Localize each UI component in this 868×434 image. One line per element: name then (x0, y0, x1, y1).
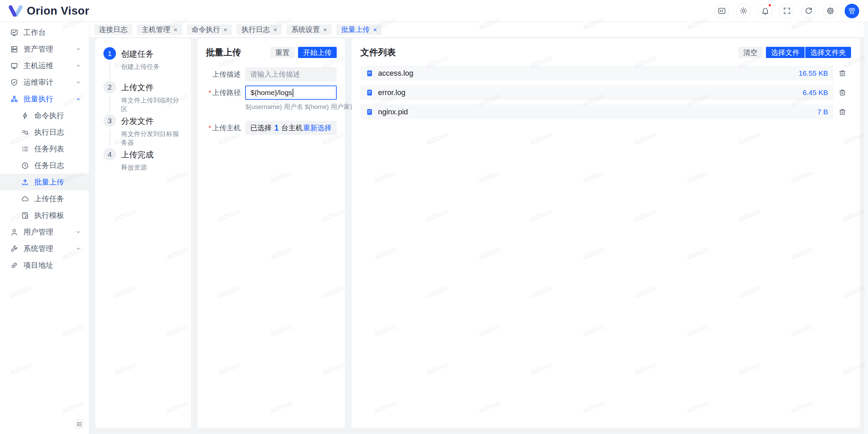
cloud-icon (21, 195, 29, 203)
theme-button[interactable] (736, 4, 751, 18)
monitor-icon (10, 62, 18, 70)
clock-icon (21, 162, 29, 170)
tab-close-icon[interactable]: × (323, 26, 327, 33)
sidebar-item-upload-task[interactable]: 上传任务 (0, 190, 89, 207)
sidebar-item-user-mgmt[interactable]: 用户管理 (0, 224, 89, 240)
wrench-icon (10, 245, 18, 253)
tab-close-icon[interactable]: × (174, 26, 177, 33)
tab-label: 执行日志 (241, 25, 270, 34)
clear-files-button[interactable]: 清空 (738, 47, 763, 58)
step-title: 分发文件 (121, 114, 183, 127)
refresh-button[interactable] (801, 4, 816, 18)
reselect-hosts-link[interactable]: 重新选择 (303, 123, 332, 133)
sidebar-item-workbench[interactable]: 工作台 (0, 24, 89, 41)
select-folder-button[interactable]: 选择文件夹 (805, 47, 851, 58)
sidebar-item-batch-upload[interactable]: 批量上传 (0, 174, 89, 190)
step-connector (110, 62, 110, 79)
app-header: Orion Visor (0, 0, 868, 22)
step-upload-complete: 4 上传完成 释放资源 (103, 148, 183, 172)
required-mark: * (209, 124, 211, 132)
bell-icon (761, 7, 769, 15)
tab-system-settings[interactable]: 系统设置 × (287, 24, 332, 35)
upload-hosts-field: 已选择 1 台主机 重新选择 (245, 121, 337, 135)
tab-close-icon[interactable]: × (273, 26, 277, 33)
delete-file-button[interactable] (833, 69, 851, 77)
server-stack-icon (10, 45, 18, 53)
chevron-down-icon (75, 229, 81, 235)
sidebar-item-host-ops[interactable]: 主机运维 (0, 57, 89, 74)
file-row[interactable]: error.log 6.45 KB (360, 85, 833, 100)
sidebar-item-label: 执行模板 (34, 210, 64, 221)
theme-sun-icon (739, 7, 748, 15)
tab-label: 系统设置 (291, 25, 320, 34)
tab-close-icon[interactable]: × (373, 26, 377, 33)
logo-v-icon (9, 5, 22, 17)
chevron-down-icon (75, 246, 81, 252)
chevron-down-icon (75, 46, 81, 52)
delete-file-button[interactable] (833, 89, 851, 96)
file-row[interactable]: nginx.pid 7 B (360, 105, 833, 119)
sidebar-item-label: 工作台 (23, 27, 46, 38)
log-search-icon (21, 128, 29, 136)
step-desc: 释放资源 (121, 163, 154, 172)
sidebar-item-label: 上传任务 (34, 194, 64, 204)
sidebar-item-project-link[interactable]: 项目地址 (0, 257, 89, 273)
sidebar-item-label: 批量上传 (34, 177, 64, 187)
text-caret (293, 89, 293, 97)
sidebar-collapse-button[interactable] (74, 419, 84, 429)
step-number: 2 (103, 81, 116, 93)
tab-command-exec[interactable]: 命令执行 × (187, 24, 232, 35)
step-number: 1 (103, 47, 116, 60)
user-avatar[interactable]: 管 (845, 4, 859, 18)
sidebar-item-task-log[interactable]: 任务日志 (0, 157, 89, 174)
notifications-button[interactable] (758, 4, 772, 18)
start-upload-button[interactable]: 开始上传 (298, 47, 337, 58)
upload-path-label: *上传路径 (206, 86, 245, 100)
sidebar-item-label: 批量执行 (23, 94, 53, 104)
code-icon (718, 7, 726, 15)
sidebar-item-system-mgmt[interactable]: 系统管理 (0, 240, 89, 257)
tab-host-mgmt[interactable]: 主机管理 × (137, 24, 182, 35)
file-row[interactable]: access.log 16.55 KB (360, 66, 833, 80)
file-list-panel: 文件列表 清空 选择文件 选择文件夹 (352, 38, 860, 428)
gear-icon (826, 7, 834, 15)
tab-batch-upload[interactable]: 批量上传 × (336, 24, 381, 35)
sidebar-item-assets[interactable]: 资产管理 (0, 41, 89, 57)
form-title: 批量上传 (206, 46, 241, 58)
settings-button[interactable] (823, 4, 837, 18)
tab-label: 命令执行 (192, 25, 220, 34)
tab-exec-log[interactable]: 执行日志 × (237, 24, 282, 35)
upload-desc-input[interactable]: 请输入上传描述 (245, 67, 337, 81)
sidebar-item-label: 资产管理 (23, 44, 53, 54)
step-title: 创建任务 (121, 47, 160, 59)
sidebar-item-task-list[interactable]: 任务列表 (0, 140, 89, 157)
select-file-button[interactable]: 选择文件 (766, 47, 805, 58)
file-line: error.log 6.45 KB (360, 85, 851, 100)
sidebar-item-ops-audit[interactable]: 运维审计 (0, 74, 89, 91)
sidebar-item-exec-template[interactable]: 执行模板 (0, 207, 89, 224)
file-line: nginx.pid 7 B (360, 105, 851, 119)
code-button[interactable] (714, 4, 729, 18)
sidebar-item-command-exec[interactable]: 命令执行 (0, 107, 89, 124)
fullscreen-button[interactable] (780, 4, 794, 18)
tab-close-icon[interactable]: × (223, 26, 227, 33)
sidebar-item-batch-exec[interactable]: 批量执行 (0, 91, 89, 107)
upload-hosts-row: *上传主机 已选择 1 台主机 重新选择 (206, 121, 337, 135)
delete-file-button[interactable] (833, 108, 851, 116)
sidebar-item-label: 主机运维 (23, 61, 53, 71)
upload-icon (21, 178, 29, 186)
step-title: 上传完成 (121, 148, 154, 160)
trash-icon (839, 69, 846, 77)
hosts-selected-prefix: 已选择 (250, 123, 272, 133)
upload-path-input[interactable]: ${home}/logs (245, 86, 337, 100)
sidebar-item-exec-log[interactable]: 执行日志 (0, 124, 89, 140)
sidebar-item-label: 系统管理 (23, 244, 53, 254)
reset-button[interactable]: 重置 (270, 47, 295, 58)
page-scrollbar[interactable] (864, 22, 868, 434)
chevron-down-icon (75, 79, 81, 86)
file-name: access.log (378, 69, 413, 78)
lightning-icon (21, 112, 29, 120)
tab-connect-log[interactable]: 连接日志 (94, 24, 132, 35)
sidebar-item-label: 用户管理 (23, 227, 53, 237)
file-name: error.log (378, 88, 406, 97)
